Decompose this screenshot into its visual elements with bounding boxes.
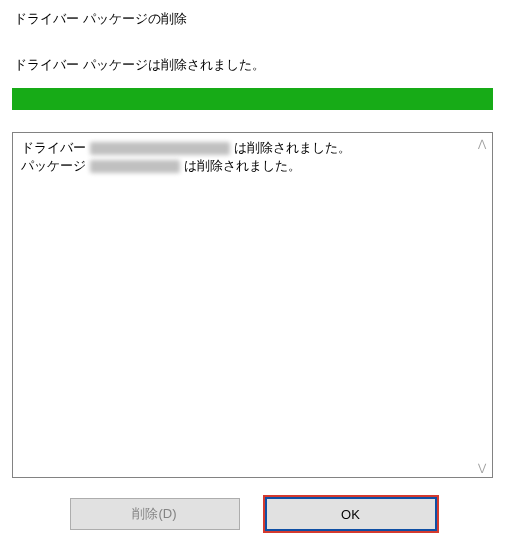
log-line-prefix: ドライバー <box>21 139 86 157</box>
log-line-prefix: パッケージ <box>21 157 86 175</box>
log-line-suffix: は削除されました。 <box>234 139 351 157</box>
scroll-down-arrow-icon[interactable]: ⋁ <box>474 459 490 475</box>
progress-bar-fill <box>12 88 493 110</box>
dialog-title: ドライバー パッケージの削除 <box>12 10 493 28</box>
log-line: パッケージ は削除されました。 <box>21 157 470 175</box>
progress-bar <box>12 88 493 110</box>
log-textarea[interactable]: ドライバー は削除されました。 パッケージ は削除されました。 ⋀ ⋁ <box>12 132 493 478</box>
redacted-package-name <box>90 160 180 173</box>
dialog-button-row: 削除(D) OK <box>12 498 493 538</box>
scroll-up-arrow-icon[interactable]: ⋀ <box>474 135 490 151</box>
redacted-driver-name <box>90 142 230 155</box>
delete-button: 削除(D) <box>70 498 240 530</box>
ok-button[interactable]: OK <box>266 498 436 530</box>
log-line-suffix: は削除されました。 <box>184 157 301 175</box>
log-line: ドライバー は削除されました。 <box>21 139 470 157</box>
status-message: ドライバー パッケージは削除されました。 <box>12 56 493 74</box>
driver-package-removal-dialog: ドライバー パッケージの削除 ドライバー パッケージは削除されました。 ドライバ… <box>0 0 505 550</box>
